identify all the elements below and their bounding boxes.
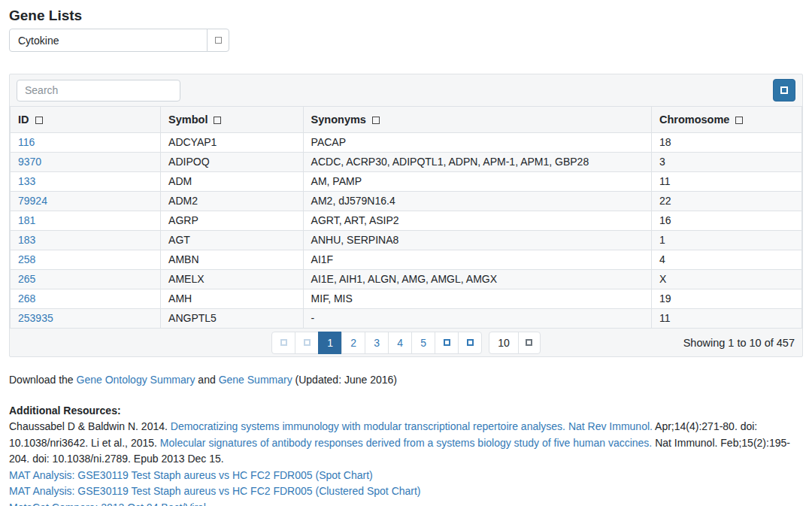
gene-ontology-summary-link[interactable]: Gene Ontology Summary <box>77 374 195 386</box>
cell-id: 133 <box>11 172 161 192</box>
cell-chromosome: 18 <box>651 133 801 153</box>
page-button-4[interactable]: 4 <box>388 332 412 354</box>
cell-synonyms: AM, PAMP <box>303 172 651 192</box>
gene-id-link[interactable]: 268 <box>18 292 35 305</box>
cell-symbol: ANGPTL5 <box>161 309 304 329</box>
page-button-1[interactable]: 1 <box>318 332 342 354</box>
cell-synonyms: AI1F <box>303 250 651 270</box>
page-size-select[interactable]: 10 <box>489 332 541 354</box>
pagination: 12345 <box>271 332 482 354</box>
synonyms-text: ACDC, ACRP30, ADIPQTL1, ADPN, APM-1, APM… <box>311 156 589 168</box>
gene-id-link[interactable]: 133 <box>18 175 35 187</box>
gene-id-link[interactable]: 9370 <box>18 156 41 168</box>
table-row: 253935ANGPTL5-11 <box>11 309 802 329</box>
cell-symbol: ADM <box>161 172 304 192</box>
page-size-value[interactable]: 10 <box>489 332 519 354</box>
columns-toggle-button[interactable] <box>773 79 795 102</box>
column-label: Symbol <box>168 114 208 126</box>
gene-id-link[interactable]: 253935 <box>18 312 53 324</box>
synonyms-text: - <box>311 312 315 324</box>
gene-id-link[interactable]: 79924 <box>18 195 47 207</box>
synonyms-text: ANHU, SERPINA8 <box>311 234 399 246</box>
search-input[interactable] <box>17 80 180 102</box>
cell-id: 183 <box>11 231 161 250</box>
next-page-button[interactable] <box>435 332 459 354</box>
sort-icon <box>372 117 380 124</box>
gene-list-select[interactable]: Cytokine <box>9 29 229 52</box>
additional-resources-heading: Additional Resources: <box>9 403 803 419</box>
symbol-text: AMBN <box>168 253 198 265</box>
cell-id: 265 <box>11 270 161 289</box>
next-page-icon <box>444 339 450 346</box>
chromosome-text: 18 <box>659 136 671 148</box>
resource-link[interactable]: MAT Analysis: GSE30119 Test Staph aureus… <box>9 483 803 500</box>
nri3642-article-link[interactable]: Democratizing systems immunology with mo… <box>171 420 653 432</box>
page-button-2[interactable]: 2 <box>341 332 365 354</box>
last-page-button[interactable] <box>458 332 482 354</box>
cell-chromosome: 19 <box>651 289 801 309</box>
cell-id: 181 <box>11 211 161 231</box>
resource-link[interactable]: MetaCat Compare: 2013 Oct 04 Bact/Viral <box>9 500 803 506</box>
table-row: 258AMBNAI1F4 <box>11 250 802 270</box>
gene-id-link[interactable]: 258 <box>18 253 35 265</box>
column-header-synonyms[interactable]: Synonyms <box>303 107 651 133</box>
table-toolbar <box>10 74 802 106</box>
gene-id-link[interactable]: 116 <box>18 136 35 148</box>
chromosome-text: 19 <box>659 292 671 305</box>
gene-table: IDSymbolSynonymsChromosome 116ADCYAP1PAC… <box>10 106 802 329</box>
chromosome-text: 22 <box>659 195 671 207</box>
columns-icon <box>780 86 788 94</box>
column-header-chromosome[interactable]: Chromosome <box>651 107 801 133</box>
cell-symbol: ADCYAP1 <box>161 133 304 153</box>
sort-icon <box>214 117 221 124</box>
cell-id: 116 <box>11 133 161 153</box>
cell-synonyms: AI1E, AIH1, ALGN, AMG, AMGL, AMGX <box>303 270 651 289</box>
cell-symbol: AMH <box>161 289 304 309</box>
cell-id: 253935 <box>11 309 161 329</box>
gene-list-select-value[interactable]: Cytokine <box>9 29 208 52</box>
gene-table-panel: IDSymbolSynonymsChromosome 116ADCYAP1PAC… <box>9 74 803 357</box>
symbol-text: AMELX <box>168 273 204 285</box>
chromosome-text: 3 <box>659 156 665 168</box>
synonyms-text: AGRT, ART, ASIP2 <box>311 214 399 226</box>
page-button-5[interactable]: 5 <box>411 332 435 354</box>
gene-list-dropdown-button[interactable] <box>207 29 229 52</box>
gene-id-link[interactable]: 265 <box>18 273 35 285</box>
previous-page-button[interactable] <box>295 332 319 354</box>
cell-synonyms: PACAP <box>303 133 651 153</box>
symbol-text: ADCYAP1 <box>168 136 217 148</box>
cell-id: 268 <box>11 289 161 309</box>
synonyms-text: AM, PAMP <box>311 175 362 187</box>
ni2789-article-link[interactable]: Molecular signatures of antibody respons… <box>160 437 652 449</box>
cell-id: 9370 <box>11 153 161 172</box>
resource-link[interactable]: MAT Analysis: GSE30119 Test Staph aureus… <box>9 468 803 484</box>
cell-synonyms: - <box>303 309 651 329</box>
cell-synonyms: MIF, MIS <box>303 289 651 309</box>
dropdown-caret-icon <box>526 339 532 346</box>
download-text-mid: and <box>195 374 218 386</box>
page-button-3[interactable]: 3 <box>365 332 389 354</box>
synonyms-text: AM2, dJ579N16.4 <box>311 195 395 207</box>
download-text-post: (Updated: June 2016) <box>292 374 397 386</box>
chromosome-text: 11 <box>659 175 671 187</box>
cell-chromosome: 3 <box>651 153 801 172</box>
gene-id-link[interactable]: 181 <box>18 214 35 226</box>
citation-text-pre: Chaussabel D & Baldwin N. 2014. <box>9 420 171 432</box>
synonyms-text: MIF, MIS <box>311 292 353 305</box>
gene-id-link[interactable]: 183 <box>18 234 35 246</box>
symbol-text: ANGPTL5 <box>168 312 217 324</box>
cell-symbol: ADIPOQ <box>161 153 304 172</box>
cell-symbol: AMELX <box>161 270 304 289</box>
chromosome-text: 4 <box>659 253 665 265</box>
page-title: Gene Lists <box>9 8 803 24</box>
gene-summary-link[interactable]: Gene Summary <box>219 374 292 386</box>
first-page-button[interactable] <box>271 332 295 354</box>
cell-synonyms: ANHU, SERPINA8 <box>303 231 651 250</box>
column-header-symbol[interactable]: Symbol <box>161 107 304 133</box>
column-label: ID <box>18 114 29 126</box>
resource-links: MAT Analysis: GSE30119 Test Staph aureus… <box>9 468 803 506</box>
page-size-dropdown-button[interactable] <box>518 332 541 354</box>
cell-chromosome: 16 <box>651 211 801 231</box>
column-header-id[interactable]: ID <box>11 107 161 133</box>
table-footer: 12345 10 Showing 1 to 10 of 457 <box>10 329 802 356</box>
